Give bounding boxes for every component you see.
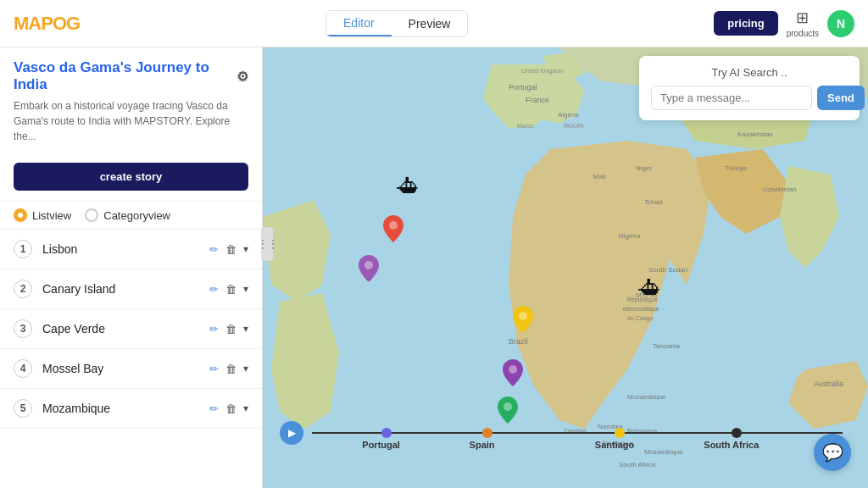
svg-text:démocratique: démocratique: [623, 306, 659, 313]
pin-yellow[interactable]: [513, 306, 533, 336]
timeline-label-santiago: Santiago: [595, 440, 634, 450]
svg-text:South Africa: South Africa: [619, 461, 656, 469]
svg-point-29: [389, 221, 398, 230]
timeline-label-south-africa: South Africa: [704, 440, 759, 450]
location-actions: ✏ 🗑 ▾: [209, 283, 248, 296]
tab-preview[interactable]: Preview: [392, 11, 468, 36]
products-button[interactable]: ⊞ products: [787, 8, 819, 38]
delete-icon[interactable]: 🗑: [225, 243, 236, 256]
timeline-dot-spain[interactable]: Spain: [482, 428, 492, 438]
delete-icon[interactable]: 🗑: [225, 283, 236, 296]
timeline-dot-santiago[interactable]: Santiago: [615, 428, 625, 438]
svg-text:Tchad: Tchad: [644, 198, 662, 206]
edit-icon[interactable]: ✏: [209, 243, 219, 256]
timeline-label-portugal: Portugal: [362, 440, 400, 450]
timeline-label-spain: Spain: [470, 440, 495, 450]
svg-text:RKK/RI: RKK/RI: [564, 123, 583, 129]
map-area: France Algérie Mali Niger Tchad Nigeria …: [263, 47, 868, 488]
svg-text:Algérie: Algérie: [558, 111, 579, 119]
svg-text:Türkiye: Türkiye: [725, 164, 748, 172]
location-actions: ✏ 🗑 ▾: [209, 323, 248, 336]
svg-text:Brazil: Brazil: [509, 337, 528, 346]
svg-text:du Congo: du Congo: [627, 315, 653, 322]
pricing-button[interactable]: pricing: [714, 11, 777, 36]
svg-text:France: France: [526, 96, 549, 104]
user-avatar[interactable]: N: [827, 10, 854, 37]
timeline-play-button[interactable]: ▶: [280, 421, 303, 445]
svg-text:Mali: Mali: [593, 173, 606, 180]
svg-text:Australia: Australia: [814, 380, 843, 388]
pin-green[interactable]: [498, 396, 518, 427]
svg-text:Nigeria: Nigeria: [619, 232, 641, 240]
svg-point-33: [504, 402, 512, 411]
listview-radio[interactable]: [14, 208, 27, 222]
svg-text:Kazakhstan: Kazakhstan: [737, 130, 773, 138]
location-item-canary-island[interactable]: 2 Canary Island ✏ 🗑 ▾: [0, 269, 262, 309]
svg-text:Portugal: Portugal: [509, 83, 537, 92]
logo-text: MAP: [14, 13, 53, 34]
edit-icon[interactable]: ✏: [209, 283, 219, 296]
edit-icon[interactable]: ✏: [209, 402, 219, 415]
header-right: pricing ⊞ products N: [714, 8, 854, 38]
settings-icon[interactable]: ⚙: [236, 69, 248, 85]
listview-label: Listview: [32, 209, 71, 222]
story-title-row: Vasco da Gama's Journey to India ⚙: [14, 59, 248, 93]
edit-icon[interactable]: ✏: [209, 363, 219, 375]
logo: MAPOG: [14, 13, 80, 35]
location-number: 1: [14, 240, 32, 258]
chat-button[interactable]: 💬: [814, 434, 851, 471]
edit-icon[interactable]: ✏: [209, 323, 219, 336]
location-item-mossel-bay[interactable]: 4 Mossel Bay ✏ 🗑 ▾: [0, 349, 262, 389]
location-item-cape-verde[interactable]: 3 Cape Verde ✏ 🗑 ▾: [0, 309, 262, 349]
location-item-mozambique[interactable]: 5 Mozambique ✏ 🗑 ▾: [0, 389, 262, 429]
location-name: Canary Island: [42, 282, 199, 296]
chevron-down-icon[interactable]: ▾: [243, 283, 248, 295]
delete-icon[interactable]: 🗑: [225, 402, 236, 415]
story-title-text: Vasco da Gama's Journey to India: [14, 59, 236, 93]
categoryview-radio[interactable]: [85, 208, 98, 222]
delete-icon[interactable]: 🗑: [225, 323, 236, 336]
timeline-bar: ▶ Portugal Spain Santiago South Africa: [263, 412, 868, 454]
chevron-down-icon[interactable]: ▾: [243, 323, 248, 335]
svg-text:Niger: Niger: [636, 164, 652, 172]
ai-search-input[interactable]: [651, 86, 812, 110]
svg-point-30: [364, 261, 373, 269]
location-list: 1 Lisbon ✏ 🗑 ▾ 2 Canary Island ✏ 🗑 ▾ 3 C…: [0, 230, 262, 488]
timeline-dot-portugal[interactable]: Portugal: [381, 428, 392, 438]
svg-point-31: [519, 312, 527, 320]
sidebar-resize-handle[interactable]: ⋮⋮: [261, 227, 273, 261]
pin-purple[interactable]: [359, 255, 379, 286]
sidebar-top: Vasco da Gama's Journey to India ⚙ Embar…: [0, 47, 262, 152]
svg-text:United Kingdom: United Kingdom: [521, 68, 564, 75]
tab-editor[interactable]: Editor: [326, 11, 392, 36]
location-name: Cape Verde: [42, 322, 199, 336]
location-number: 5: [14, 399, 32, 418]
location-actions: ✏ 🗑 ▾: [209, 402, 248, 415]
view-toggle: Listview Categoryview: [0, 201, 262, 230]
chevron-down-icon[interactable]: ▾: [243, 363, 248, 374]
timeline-line: Portugal Spain Santiago South Africa: [312, 432, 843, 434]
location-item-lisbon[interactable]: 1 Lisbon ✏ 🗑 ▾: [0, 230, 262, 269]
ai-search-box: Try AI Search .. Send: [639, 56, 860, 120]
chevron-down-icon[interactable]: ▾: [243, 243, 248, 255]
listview-option[interactable]: Listview: [14, 208, 71, 222]
ai-send-button[interactable]: Send: [817, 86, 865, 110]
sidebar: Vasco da Gama's Journey to India ⚙ Embar…: [0, 47, 263, 488]
location-number: 4: [14, 359, 32, 378]
categoryview-label: Categoryview: [103, 209, 170, 222]
pin-red[interactable]: [383, 215, 403, 246]
svg-text:Maroc: Maroc: [517, 123, 534, 129]
ship-icon-1: ⛴: [397, 173, 420, 201]
create-story-button[interactable]: create story: [14, 163, 248, 191]
categoryview-option[interactable]: Categoryview: [85, 208, 170, 222]
location-name: Mossel Bay: [42, 362, 199, 375]
story-description: Embark on a historical voyage tracing Va…: [14, 98, 248, 144]
products-label: products: [787, 29, 819, 38]
pin-purple2[interactable]: [503, 359, 523, 390]
chevron-down-icon[interactable]: ▾: [243, 402, 248, 414]
location-actions: ✏ 🗑 ▾: [209, 363, 248, 375]
timeline-dot-south-africa[interactable]: South Africa: [732, 428, 742, 438]
svg-point-32: [509, 365, 517, 374]
delete-icon[interactable]: 🗑: [225, 363, 236, 375]
svg-text:Uzbekistan: Uzbekistan: [763, 186, 797, 193]
